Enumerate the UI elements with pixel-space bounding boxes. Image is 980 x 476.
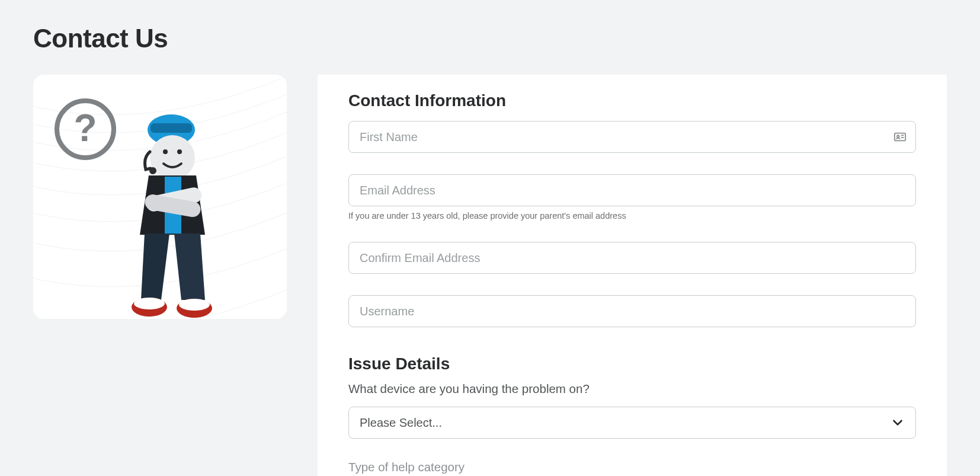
svg-point-10: [134, 298, 165, 309]
confirm-email-row: [318, 225, 947, 295]
first-name-input[interactable]: [348, 121, 916, 153]
contact-info-heading: Contact Information: [318, 91, 947, 121]
help-category-label: Type of help category: [318, 460, 947, 476]
svg-rect-1: [150, 123, 192, 133]
svg-point-2: [150, 135, 195, 180]
svg-point-5: [149, 167, 156, 174]
svg-point-14: [897, 135, 899, 138]
content-layout: ? Contact In: [33, 75, 947, 476]
email-row: If you are under 13 years old, please pr…: [318, 174, 947, 225]
username-row: [318, 295, 947, 349]
question-glyph: ?: [73, 109, 97, 147]
svg-point-3: [163, 149, 168, 154]
device-select[interactable]: Please Select...: [348, 407, 916, 439]
help-illustration-card: ?: [33, 75, 287, 319]
email-help-text: If you are under 13 years old, please pr…: [348, 211, 916, 221]
support-avatar-image: [110, 104, 235, 319]
issue-details-heading: Issue Details: [318, 349, 947, 382]
id-card-icon: [893, 130, 907, 143]
device-question: What device are you having the problem o…: [318, 382, 947, 407]
email-input[interactable]: [348, 174, 916, 206]
contact-form: Contact Information If you are under 13 …: [318, 75, 947, 476]
device-select-wrap: Please Select...: [348, 407, 916, 439]
confirm-email-input[interactable]: [348, 242, 916, 274]
svg-point-4: [177, 149, 182, 154]
page-title: Contact Us: [33, 24, 947, 53]
question-mark-icon: ?: [55, 98, 116, 160]
svg-point-12: [179, 299, 210, 311]
username-input[interactable]: [348, 295, 916, 327]
first-name-row: [318, 121, 947, 174]
